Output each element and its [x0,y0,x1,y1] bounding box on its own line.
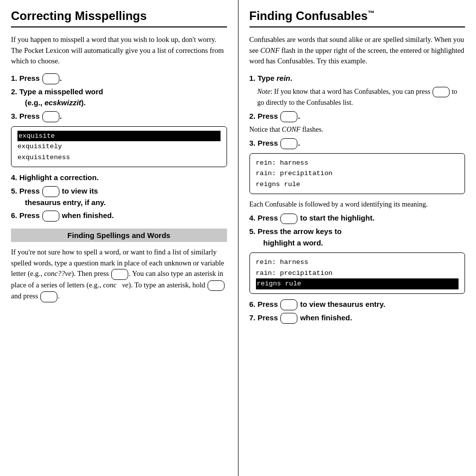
screen-right2-row-1: rein: harness [256,258,308,266]
right-step-6: 6. Press to view thesaurus entry. [249,299,466,310]
right-step-3: 3. Press . [249,138,466,149]
screen-right2-row-2: rain: precipitation [256,269,333,277]
left-column: Correcting Misspellings If you happen to… [0,0,238,476]
right-notice-2: Notice that CONF flashes. [249,124,466,135]
btn-step3[interactable] [42,111,59,122]
btn-step6[interactable] [42,211,59,222]
right-intro: Confusables are words that sound alike o… [249,34,466,67]
btn-right-3[interactable] [280,138,297,149]
right-column: Finding Confusables™ Confusables are wor… [238,0,476,476]
btn-section-1[interactable] [111,269,128,280]
page: Correcting Misspellings If you happen to… [0,0,476,476]
btn-right-note[interactable] [433,87,450,98]
right-step-1: 1. Type rein. [249,73,466,84]
right-step-4: 4. Press to start the highlight. [249,213,466,224]
screen-row-1-2: exquisitely [17,143,62,150]
left-intro: If you happen to misspell a word that yo… [11,34,227,67]
btn-right-6[interactable] [280,299,297,310]
section-header: Finding Spellings and Words [11,229,227,242]
screen-row-1-3: exquisiteness [17,154,70,161]
screen-box-right-2: rein: harness rain: precipitation reigns… [249,252,466,294]
screen-right-row-3: reigns rule [256,181,300,188]
step-5: 5. Press to view its thesaurus entry, if… [11,186,227,208]
screen-right2-row-3-highlight: reigns rule [256,278,459,289]
btn-step5[interactable] [42,186,59,197]
right-step-7: 7. Press when finished. [249,312,466,324]
right-step-5: 5. Press the arrow keys tohighlight a wo… [249,226,466,248]
right-divider [249,26,466,27]
btn-right-2[interactable] [280,111,297,122]
section-body: If you're not sure how to spell a word, … [11,247,227,302]
step-2: 2. Type a misspelled word(e.g., ecskwizz… [11,86,227,109]
right-note-1: Note: If you know that a word has Confus… [249,86,466,108]
left-divider [11,26,227,27]
btn-right-4[interactable] [280,214,297,225]
right-step-2: 2. Press . [249,111,466,122]
btn-section-2[interactable] [208,280,225,291]
screen-row-1-highlight: exquisite [17,131,221,142]
left-title: Correcting Misspellings [11,9,227,23]
screen-right-row-1: rein: harness [256,159,308,167]
step-6: 6. Press when finished. [11,210,227,222]
btn-section-3[interactable] [40,291,57,302]
screen-box-right-1: rein: harness rain: precipitation reigns… [249,153,466,195]
screen-box-1: exquisite exquisitely exquisiteness [11,126,227,168]
step-4: 4. Highlight a correction. [11,172,227,184]
btn-step1[interactable] [42,73,59,84]
step-1: 1. Press . [11,73,227,84]
btn-right-7[interactable] [280,313,297,324]
right-title: Finding Confusables™ [249,9,466,23]
right-after-screen: Each Confusable is followed by a word id… [249,199,466,210]
step-3: 3. Press . [11,111,227,122]
screen-right-row-2: rain: precipitation [256,170,333,177]
